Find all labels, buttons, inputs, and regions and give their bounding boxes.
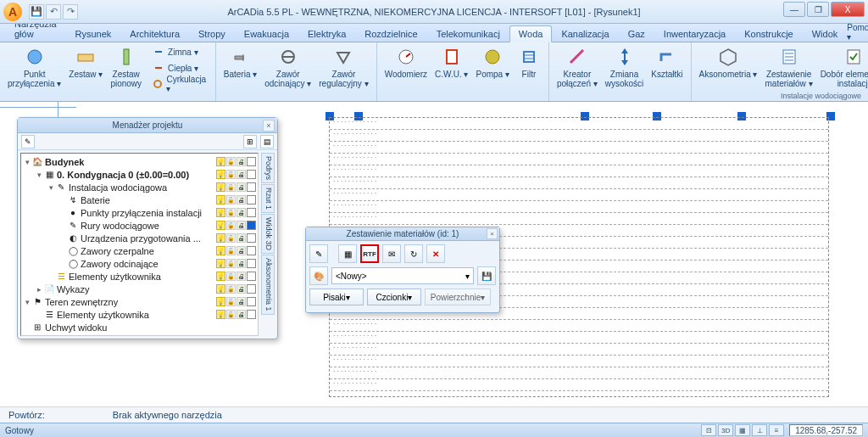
sidetab-akso[interactable]: Aksonometria 1 [261,255,275,315]
btn-zestaw[interactable]: Zestaw ▾ [66,44,105,80]
cold-icon [153,46,164,58]
maximize-button[interactable]: ❐ [807,2,829,17]
mat-btn-props[interactable]: ✎ [309,244,328,263]
btn-ciepla[interactable]: Ciepła ▾ [150,60,210,76]
btn-filtr[interactable]: Filtr [515,44,543,80]
tree-row[interactable]: ◐Urządzenia przygotowania ...💡🔓🖨 [23,232,256,244]
btn-kreator[interactable]: Kreatorpołączeń ▾ [554,44,600,89]
mat-czcionki[interactable]: Czcionki ▾ [367,289,421,305]
minimize-button[interactable]: — [783,2,805,17]
mat-style-combo[interactable]: <Nowy>▾ [331,267,474,284]
btn-ksztaltki[interactable]: Kształtki [648,44,685,80]
pm-btn-2[interactable]: ⊞ [243,135,257,148]
pm-btn-1[interactable]: ✎ [21,135,35,148]
tree-row[interactable]: ☰Elementy użytkownika💡🔓🖨 [23,308,256,321]
circ-icon [153,78,163,90]
btn-wodomierz[interactable]: Wodomierz [382,44,430,80]
mat-pisaki[interactable]: Pisaki ▾ [309,289,364,305]
mat-btn-rtf[interactable]: RTF [360,244,379,263]
point-icon [23,45,47,69]
faucet-icon [229,45,253,69]
tree-row[interactable]: ⊞Uchwyt widoku [23,321,256,333]
pm-close[interactable]: × [263,120,275,132]
cwu-icon [440,45,464,69]
btn-aksonometria[interactable]: Aksonometria ▾ [697,44,760,80]
pm-tree[interactable]: ▾🏠Budynek💡🔓🖨▾▦0. Kondygnacja 0 (±0.00=0.… [20,153,259,336]
tab-elektryka[interactable]: Elektryka [298,25,355,42]
mat-btn-refresh[interactable]: ↻ [404,244,423,263]
btn-zmiana[interactable]: Zmianawysokości [603,44,647,89]
tree-row[interactable]: ◯Zawory czerpalne💡🔓🖨 [23,244,256,257]
project-manager-panel: Menadżer projektu × ✎ ⊞ ▤ ▾🏠Budynek💡🔓🖨▾▦… [17,117,278,339]
sidetab-3d[interactable]: Widok 3D [261,214,275,254]
btn-bateria[interactable]: Bateria ▾ [221,44,259,80]
mat-close[interactable]: × [487,228,498,239]
tree-row[interactable]: ▸📄Wykazy💡🔓🖨 [23,283,256,295]
qat-save[interactable]: 💾 [29,4,44,20]
tree-row[interactable]: ▾▦0. Kondygnacja 0 (±0.00=0.00)💡🔓🖨 [23,168,256,181]
sb-ortho[interactable]: ⊥ [752,424,767,436]
tab-ewakuacja[interactable]: Ewakuacja [235,25,298,42]
tab-woda[interactable]: Woda [509,25,553,42]
axis-line [0,107,76,108]
sb-grid[interactable]: ▦ [735,424,750,436]
rg-edycja: Kreatorpołączeń ▾ Zmianawysokości Kształ… [549,42,692,101]
mat-btn-delete[interactable]: ✕ [426,244,445,263]
tab-rozdzielnice[interactable]: Rozdzielnice [355,25,426,42]
svg-marker-18 [621,60,628,65]
sidetab-rzut[interactable]: Rzut 1 [261,184,275,213]
mat-btn-csv[interactable]: ▦ [338,244,357,263]
app-logo[interactable]: A [3,3,22,21]
tab-rysunek[interactable]: Rysunek [66,25,121,42]
sb-snap[interactable]: ⊡ [701,424,716,436]
tree-row[interactable]: ●Punkty przyłączenia instalacji💡🔓🖨 [23,206,256,219]
close-button[interactable]: X [831,2,865,17]
set-icon [74,45,97,69]
tree-row[interactable]: ☰Elementy użytkownika💡🔓🖨 [23,270,256,283]
btn-cyrk[interactable]: Cyrkulacja ▾ [150,76,210,92]
mat-title[interactable]: Zestawienie materiałów (id: 1) × [306,227,499,241]
tree-row[interactable]: ▾✎Instalacja wodociągowa💡🔓🖨 [23,181,256,193]
help-button[interactable]: Pomoc ▾ [847,23,868,42]
btn-punkt[interactable]: Punktprzyłączenia ▾ [5,44,64,89]
tab-telekom[interactable]: Telekomunikacj [427,25,509,42]
sb-layers[interactable]: ≡ [769,424,784,436]
tree-row[interactable]: ↯Baterie💡🔓🖨 [23,193,256,206]
pm-btn-3[interactable]: ▤ [260,135,274,148]
btn-odcinajacy[interactable]: Zawórodcinający ▾ [262,44,314,89]
tab-gaz[interactable]: Gaz [619,25,654,42]
wizard-icon [565,45,589,69]
tab-kanalizacja[interactable]: Kanalizacja [552,25,618,42]
qat-redo[interactable]: ↷ [63,4,78,20]
sb-3d[interactable]: 3D [718,424,733,436]
tree-row[interactable]: ▾🏠Budynek💡🔓🖨 [23,155,256,168]
tab-widok[interactable]: Widok [803,25,848,42]
mat-btn-note[interactable]: ✉ [382,244,401,263]
tab-inwent[interactable]: Inwentaryzacja [654,25,735,42]
pm-title[interactable]: Menadżer projektu × [18,118,277,133]
ribbon-tabs: Narzędzia głów Rysunek Architektura Stro… [0,24,868,42]
select-icon [842,45,865,69]
height-icon [613,45,637,69]
mat-btn-save[interactable]: 💾 [477,266,496,285]
tab-architektura[interactable]: Architektura [120,25,189,42]
btn-cwu[interactable]: C.W.U. ▾ [432,44,470,80]
status-bar: Gotowy ⊡ 3D ▦ ⊥ ≡ 1285.68,-257.52 [0,423,868,437]
tab-konstrukcje[interactable]: Konstrukcje [735,25,802,42]
repeat-label: Powtórz: [8,410,45,420]
btn-pion[interactable]: Zestawpionowy [108,44,144,89]
btn-regulacyjny[interactable]: Zawórregulacyjny ▾ [316,44,370,89]
btn-zestawienie[interactable]: Zestawieniemateriałów ▾ [762,44,815,89]
mat-btn-style[interactable]: 🎨 [309,266,328,285]
sidetab-podrys[interactable]: Podrys [261,153,275,183]
tree-row[interactable]: ▾⚑Teren zewnętrzny💡🔓🖨 [23,295,256,308]
qat-undo[interactable]: ↶ [46,4,61,20]
btn-dobor[interactable]: Dobór elementówinstalacji [818,44,868,89]
tree-row[interactable]: ◯Zawory odcinające💡🔓🖨 [23,257,256,270]
btn-pompa[interactable]: Pompa ▾ [473,44,511,80]
tab-stropy[interactable]: Stropy [189,25,235,42]
btn-zimna[interactable]: Zimna ▾ [150,44,210,59]
tree-row[interactable]: ✎Rury wodociągowe💡🔓🖨 [23,219,256,232]
ribbon-caption: Instalacje wodociągowe [781,92,861,100]
ribbon: Punktprzyłączenia ▾ Zestaw ▾ Zestawpiono… [0,42,868,102]
